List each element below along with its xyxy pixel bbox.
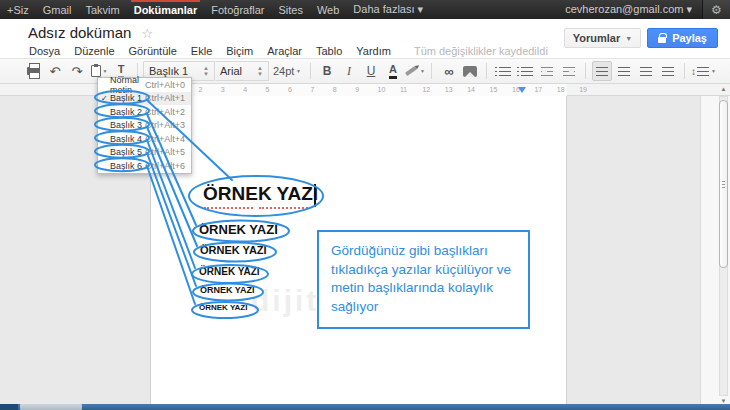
align-left-button[interactable] bbox=[592, 61, 612, 81]
menu-görüntüle[interactable]: Görüntüle bbox=[122, 45, 184, 57]
ruler-number: 18 bbox=[557, 86, 565, 93]
ruler-number: 11 bbox=[400, 86, 407, 93]
sample-heading-4: ÖRNEK YAZI bbox=[199, 266, 260, 277]
right-margin-marker[interactable] bbox=[518, 87, 526, 93]
menu-düzenle[interactable]: Düzenle bbox=[67, 45, 121, 57]
sample-heading-3: ÖRNEK YAZI bbox=[200, 244, 267, 256]
chevron-down-icon: ▼ bbox=[420, 68, 425, 74]
style-option-başlık-3[interactable]: Başlık 3Ctrl+Alt+3 bbox=[98, 119, 191, 133]
spellcheck-squiggle bbox=[204, 207, 253, 209]
redo-button[interactable]: ↷ bbox=[67, 61, 87, 81]
scroll-up-arrow[interactable]: ▲ bbox=[718, 86, 729, 92]
bold-button[interactable]: B bbox=[317, 61, 337, 81]
redo-icon: ↷ bbox=[72, 65, 83, 78]
style-option-başlık-2[interactable]: Başlık 2Ctrl+Alt+2 bbox=[98, 105, 191, 119]
align-left-icon bbox=[596, 67, 608, 76]
paragraph-style-dropdown: Normal metinCtrl+Alt+0✓Başlık 1Ctrl+Alt+… bbox=[97, 77, 192, 174]
ruler-number: 12 bbox=[422, 86, 430, 93]
print-button[interactable] bbox=[23, 61, 43, 81]
style-option-başlık-5[interactable]: Başlık 5Ctrl+Alt+5 bbox=[98, 146, 191, 160]
star-icon[interactable]: ☆ bbox=[142, 26, 154, 41]
menu-ekle[interactable]: Ekle bbox=[184, 45, 219, 57]
sample-heading-1: ÖRNEK YAZI bbox=[203, 183, 318, 205]
style-option-shortcut: Ctrl+Alt+1 bbox=[145, 93, 185, 103]
insert-link-button[interactable]: ∞ bbox=[438, 61, 458, 81]
ruler-number: 14 bbox=[467, 86, 475, 93]
bulleted-list-icon bbox=[517, 67, 533, 76]
style-option-shortcut: Ctrl+Alt+2 bbox=[145, 107, 185, 117]
ruler-number: 6 bbox=[288, 86, 292, 93]
indent-increase-icon bbox=[563, 67, 575, 76]
updown-arrows-icon: ▲▼ bbox=[257, 65, 263, 77]
text-color-button[interactable]: A bbox=[383, 61, 403, 81]
style-option-normal-metin[interactable]: Normal metinCtrl+Alt+0 bbox=[98, 78, 191, 92]
text-color-icon: A bbox=[389, 64, 397, 79]
toolbar-separator bbox=[431, 63, 432, 79]
bulleted-list-button[interactable] bbox=[515, 61, 535, 81]
undo-button[interactable]: ↶ bbox=[45, 61, 65, 81]
indent-less-button[interactable] bbox=[537, 61, 557, 81]
indent-more-button[interactable] bbox=[559, 61, 579, 81]
scroll-grip-icon bbox=[722, 181, 725, 188]
ruler-number: 9 bbox=[355, 86, 359, 93]
vertical-scrollbar[interactable]: ▲ ▼ bbox=[718, 86, 729, 404]
align-center-icon bbox=[618, 67, 630, 76]
style-option-başlık-4[interactable]: Başlık 4Ctrl+Alt+4 bbox=[98, 132, 191, 146]
italic-button[interactable]: I bbox=[339, 61, 359, 81]
style-option-shortcut: Ctrl+Alt+6 bbox=[145, 161, 185, 171]
align-center-button[interactable] bbox=[614, 61, 634, 81]
toolbar-separator bbox=[486, 63, 487, 79]
style-option-shortcut: Ctrl+Alt+0 bbox=[145, 80, 185, 90]
gear-icon[interactable]: ⚙ bbox=[702, 0, 730, 19]
spellcheck-squiggle bbox=[259, 207, 308, 209]
numbered-list-button[interactable] bbox=[493, 61, 513, 81]
ruler-number: 15 bbox=[490, 86, 498, 93]
undo-icon: ↶ bbox=[50, 65, 61, 78]
annotation-note-text: Gördüğünüz gibi başlıkları tıkladıkça ya… bbox=[331, 243, 511, 314]
style-option-label: Başlık 2 bbox=[110, 107, 145, 117]
topbar-link[interactable]: +Siz bbox=[0, 0, 36, 19]
menu-tablo[interactable]: Tablo bbox=[309, 45, 349, 57]
topbar-link[interactable]: Dokümanlar bbox=[127, 0, 205, 19]
toolbar-separator bbox=[585, 63, 586, 79]
chevron-down-icon: ▼ bbox=[296, 68, 301, 74]
menu-araçlar[interactable]: Araçlar bbox=[260, 45, 309, 57]
topbar-link[interactable]: Web bbox=[310, 0, 346, 19]
check-icon: ✓ bbox=[101, 94, 110, 103]
style-option-başlık-1[interactable]: ✓Başlık 1Ctrl+Alt+1 bbox=[98, 92, 191, 106]
account-email[interactable]: cevherozan@gmail.com ▾ bbox=[555, 0, 702, 19]
topbar-link[interactable]: Fotoğraflar bbox=[204, 0, 271, 19]
font-size-select[interactable]: 24pt ▼ bbox=[270, 61, 304, 81]
ruler-number: 2 bbox=[198, 86, 202, 93]
ruler-number: 3 bbox=[221, 86, 225, 93]
horizontal-scroll-thumb[interactable] bbox=[20, 404, 82, 410]
topbar-link[interactable]: Daha fazlası ▾ bbox=[346, 0, 430, 19]
ruler-number: 13 bbox=[445, 86, 453, 93]
comments-button[interactable]: Yorumlar ▼ bbox=[564, 28, 641, 48]
underline-button[interactable]: U bbox=[361, 61, 381, 81]
toolbar-separator bbox=[310, 63, 311, 79]
align-right-button[interactable] bbox=[636, 61, 656, 81]
line-spacing-button[interactable]: ↕▼ bbox=[691, 61, 716, 81]
text-cursor bbox=[314, 184, 316, 207]
clipboard-icon bbox=[91, 65, 101, 77]
share-button[interactable]: Paylaş bbox=[647, 28, 718, 48]
horizontal-scrollbar[interactable] bbox=[0, 404, 730, 410]
highlight-color-button[interactable]: ▼ bbox=[405, 61, 425, 81]
topbar-link[interactable]: Takvim bbox=[78, 0, 126, 19]
ruler-number: 19 bbox=[579, 86, 587, 93]
menu-dosya[interactable]: Dosya bbox=[22, 45, 67, 57]
menu-biçim[interactable]: Biçim bbox=[219, 45, 260, 57]
doc-title-row: Adsız doküman ☆ bbox=[28, 24, 153, 41]
vertical-scroll-thumb[interactable] bbox=[719, 100, 728, 268]
menu-yardım[interactable]: Yardım bbox=[349, 45, 398, 57]
insert-image-button[interactable] bbox=[460, 61, 480, 81]
style-option-başlık-6[interactable]: Başlık 6Ctrl+Alt+6 bbox=[98, 159, 191, 173]
font-family-select[interactable]: Arial ▲▼ bbox=[215, 61, 269, 81]
topbar-link[interactable]: Sites bbox=[271, 0, 309, 19]
topbar-link[interactable]: Gmail bbox=[36, 0, 79, 19]
page-title[interactable]: Adsız doküman bbox=[28, 24, 131, 41]
style-option-label: Başlık 3 bbox=[110, 120, 145, 130]
ruler-number: 8 bbox=[333, 86, 337, 93]
align-justify-button[interactable] bbox=[658, 61, 678, 81]
